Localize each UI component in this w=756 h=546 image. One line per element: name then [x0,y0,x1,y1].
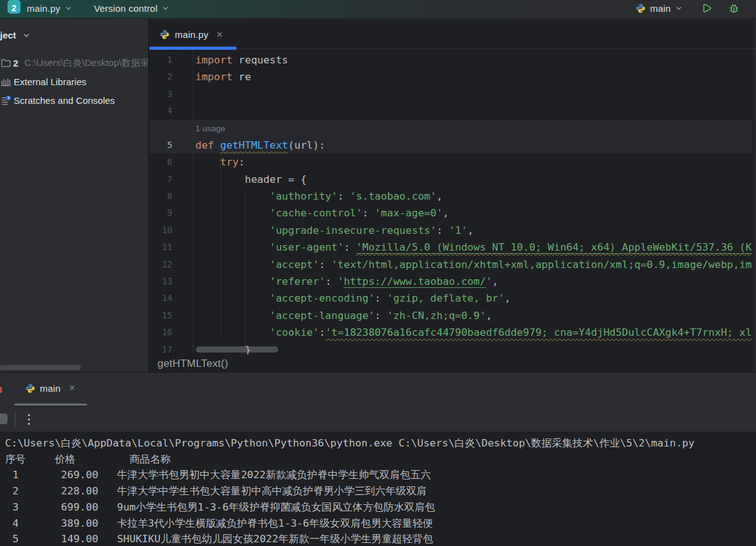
code-line: try: [195,154,245,170]
python-file-icon [159,29,170,40]
run-tab-label: main [40,383,60,394]
project-tree-item[interactable]: 2C:\Users\白炎\Desktop\数据采集技术\作业\5\2 [0,53,148,72]
console-line: 1269.00牛津大学书包男初中大容量2022新款减负护脊中学生帅气双肩包五六 [0,467,756,483]
external-libraries-icon [1,76,11,87]
python-file-icon [25,383,35,394]
console-line: 序号价格商品名称 [0,451,756,468]
run-tab-main[interactable]: main × [14,372,75,404]
console-command: C:\Users\白炎\AppData\Local\Programs\Pytho… [5,435,694,451]
console-header-price: 价格 [55,451,75,468]
console-row-index: 2 [5,483,19,499]
console-row-price: 228.00 [61,483,98,499]
project-panel-header[interactable]: ject [0,19,31,50]
run-button[interactable] [701,2,712,14]
scratches-icon [1,95,11,106]
project-tree-item[interactable]: Scratches and Consoles [0,91,148,109]
code-line: import re [195,68,251,85]
console-line: 5149.00SHUKIKU儿童书包幼儿园女孩2022年新款一年级小学生男童超轻… [0,531,756,546]
project-panel-title: ject [0,30,16,40]
usages-inlay-hint[interactable]: 1 usage [195,119,225,136]
chevron-down-icon [22,30,31,40]
code-line: 'cache-control': 'max-age=0', [195,205,449,221]
main-toolbar: 2 main.py Version control [0,0,756,18]
debug-button[interactable] [728,2,740,14]
console-row-name: 9um小学生书包男1-3-6年级护脊抑菌减负女国风立体方包防水双肩包 [117,499,435,516]
line-number: 5 [149,137,172,154]
toolbar-separator [15,412,16,427]
run-console[interactable]: C:\Users\白炎\AppData\Local\Programs\Pytho… [0,432,756,546]
line-number: 2 [149,68,172,85]
line-number: 16 [149,324,172,341]
close-icon[interactable]: × [217,29,223,40]
tab-main-py[interactable]: main.py × [149,19,236,49]
line-number: 9 [149,205,172,221]
console-line: 4389.00卡拉羊3代小学生横版减负护脊书包1-3-6年级女双肩包男大容量轻便 [0,516,756,532]
console-line: 2228.00牛津大学中学生书包大容量初中高中减负护脊男小学三到六年级双肩 [0,483,756,499]
chevron-down-icon [161,4,170,12]
project-tool-window: ject 2C:\Users\白炎\Desktop\数据采集技术\作业\5\2E… [0,19,148,372]
run-toolbar [0,405,756,432]
project-icon-badge[interactable]: 2 [7,0,21,14]
console-row-price: 269.00 [61,467,98,483]
vcs-widget[interactable]: Version control [94,0,170,17]
editor-tab-bar: main.py × [149,19,752,50]
project-widget[interactable]: main.py [27,0,73,17]
tree-item-label: External Libraries [14,76,86,87]
active-tab-indicator [149,47,236,50]
chevron-down-icon [64,4,73,12]
clipped-stripe-icon [0,387,2,393]
tab-label: main.py [175,29,208,40]
right-tool-stripe[interactable] [752,19,756,372]
project-tree: 2C:\Users\白炎\Desktop\数据采集技术\作业\5\2Extern… [0,53,148,109]
console-row-name: SHUKIKU儿童书包幼儿园女孩2022年新款一年级小学生男童超轻背包 [117,531,433,546]
line-number: 14 [149,290,172,307]
main-content: ject 2C:\Users\白炎\Desktop\数据采集技术\作业\5\2E… [0,18,756,372]
line-number: 11 [149,239,172,256]
console-row-index: 5 [5,531,19,546]
code-line: 'upgrade-insecure-requests': '1', [195,222,474,239]
code-line: 'user-agent': 'Mozilla/5.0 (Windows NT 1… [195,239,752,256]
console-line: C:\Users\白炎\AppData\Local\Programs\Pytho… [0,435,756,451]
breadcrumb[interactable]: getHTMLText() [157,358,228,370]
tab-bar-border [149,49,756,49]
editor-hscrollbar[interactable] [196,346,278,353]
console-header-name: 商品名称 [129,451,170,468]
breadcrumb-bar: getHTMLText() [149,354,752,372]
console-row-name: 牛津大学书包男初中大容量2022新款减负护脊中学生帅气双肩包五六 [117,467,431,483]
toolbar-left-group: 2 main.py Version control [0,0,170,18]
code-line: 'accept-encoding': 'gzip, deflate, br', [195,290,511,307]
more-options-icon[interactable] [26,411,31,427]
line-number: 17 [149,341,172,354]
line-number: 6 [149,154,172,170]
code-line: 'cookie':'t=18238076a16cafc44790baedf6dd… [195,324,752,341]
line-number: 3 [149,86,172,103]
project-tree-item[interactable]: External Libraries [0,72,148,91]
gutter-separator [193,50,194,354]
run-config-widget[interactable]: main [635,0,683,17]
close-icon[interactable]: × [69,383,75,393]
line-number: 13 [149,273,172,290]
code-line: 'referer': 'https://www.taobao.com/', [195,273,498,290]
tree-item-label: 2 [13,58,18,68]
run-tab-bar: main × [0,372,756,405]
tree-item-path: C:\Users\白炎\Desktop\数据采集技术\作业\5\2 [24,57,148,69]
code-line: import requests [195,52,288,68]
console-row-price: 699.00 [61,499,98,516]
line-number: 7 [149,171,172,188]
line-number: 15 [149,307,172,324]
code-editor[interactable]: 1import requests2import re341 usage5def … [149,50,752,354]
line-number: 10 [149,222,172,239]
code-line: 'accept': 'text/html,application/xhtml+x… [195,256,752,273]
console-line: 3699.009um小学生书包男1-3-6年级护脊抑菌减负女国风立体方包防水双肩… [0,499,756,516]
line-number: 8 [149,188,172,205]
code-line: def getHTMLText(url): [195,137,325,154]
project-tree-hscrollbar[interactable] [0,365,81,370]
console-header-index: 序号 [5,451,26,468]
toolbar-right-group: main [635,0,756,18]
clipped-toolbar-button[interactable] [0,414,7,424]
console-row-price: 389.00 [61,516,98,532]
console-row-index: 1 [5,467,19,483]
tree-item-label: Scratches and Consoles [14,95,115,106]
console-row-index: 4 [5,516,19,532]
console-row-index: 3 [5,499,19,516]
